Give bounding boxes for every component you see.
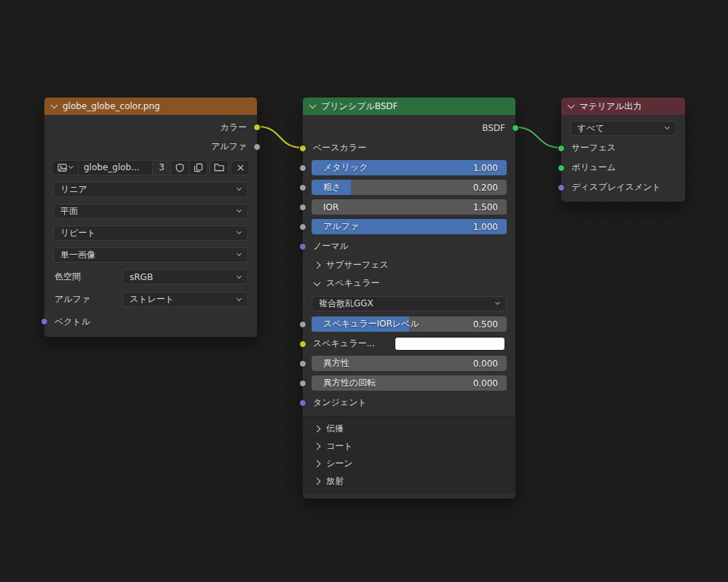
node-editor-canvas[interactable]: globe_globe_color.png カラー アルファ — [0, 0, 728, 582]
alpha-output-socket[interactable] — [253, 143, 261, 151]
slider-value: 0.500 — [473, 319, 507, 330]
collapse-chevron-icon[interactable] — [51, 102, 58, 109]
colorspace-value: sRGB — [130, 272, 153, 282]
alpha-mode-label: アルファ — [53, 293, 122, 306]
material-output-node[interactable]: マテリアル出力 すべて サーフェス ボリューム ディスプレイスメント — [561, 97, 686, 202]
volume-input-row: ボリューム — [561, 158, 685, 178]
base-color-input-socket[interactable] — [299, 145, 306, 152]
projection-value: 平面 — [60, 205, 78, 218]
interpolation-dropdown[interactable]: リニア — [53, 182, 248, 197]
ior-slider[interactable]: IOR 1.500 — [312, 199, 507, 215]
chevron-down-icon — [237, 207, 242, 212]
metallic-slider[interactable]: メタリック 1.000 — [312, 160, 507, 175]
section-label: サブサーフェス — [326, 259, 389, 271]
alpha-output-label: アルファ — [211, 140, 247, 153]
image-browse-button[interactable] — [52, 160, 79, 175]
slider-label: スペキュラーIORレベル — [312, 318, 473, 330]
specular-ior-slider[interactable]: スペキュラーIORレベル 0.500 — [312, 316, 507, 332]
principled-bsdf-node[interactable]: プリンシプルBSDF BSDF ベースカラー メタリック 1.000 — [302, 97, 516, 499]
chevron-down-icon — [665, 124, 670, 129]
fake-user-shield-button[interactable] — [171, 160, 189, 175]
section-label: コート — [326, 440, 353, 453]
chevron-down-icon — [314, 279, 321, 286]
output-node-header[interactable]: マテリアル出力 — [561, 97, 685, 115]
alpha-input-socket[interactable] — [299, 223, 306, 231]
surface-input-label: サーフェス — [571, 142, 616, 154]
specular-ior-input-socket[interactable] — [299, 321, 306, 328]
section-emission[interactable]: 放射 — [303, 472, 515, 490]
colorspace-row: 色空間 sRGB — [44, 266, 257, 288]
section-label: 放射 — [326, 475, 344, 487]
anisotropic-rotation-slider[interactable]: 異方性の回転 0.000 — [312, 375, 507, 391]
collapse-chevron-icon[interactable] — [568, 102, 575, 109]
displacement-input-row: ディスプレイスメント — [561, 178, 685, 197]
interpolation-value: リニア — [60, 183, 87, 196]
distribution-value: 複合散乱GGX — [319, 298, 373, 310]
target-value: すべて — [577, 122, 604, 135]
chevron-right-icon — [314, 262, 321, 269]
section-label: 伝播 — [326, 423, 344, 435]
anisotropic-row: 異方性 0.000 — [303, 354, 515, 373]
section-transmission[interactable]: 伝播 — [303, 420, 515, 437]
bsdf-output-label: BSDF — [482, 123, 505, 133]
target-dropdown[interactable]: すべて — [570, 121, 676, 136]
ior-row: IOR 1.500 — [303, 197, 515, 217]
section-coat[interactable]: コート — [303, 437, 515, 455]
projection-dropdown[interactable]: 平面 — [53, 204, 248, 219]
metallic-input-socket[interactable] — [299, 164, 306, 172]
wire-color-to-basecolor — [258, 127, 302, 148]
specular-tint-input-socket[interactable] — [299, 340, 306, 348]
section-specular[interactable]: スペキュラー — [303, 274, 515, 292]
roughness-input-socket[interactable] — [299, 184, 306, 191]
color-output-socket[interactable] — [253, 124, 261, 131]
anisotropic-rotation-input-socket[interactable] — [299, 380, 306, 387]
slider-label: 粗さ — [312, 181, 473, 194]
alpha-mode-row: アルファ ストレート — [44, 288, 257, 311]
ior-input-socket[interactable] — [299, 204, 306, 211]
section-subsurface[interactable]: サブサーフェス — [303, 256, 515, 274]
colorspace-dropdown[interactable]: sRGB — [122, 269, 248, 284]
tangent-input-row: タンジェント — [303, 393, 515, 412]
source-dropdown[interactable]: 単一画像 — [53, 247, 248, 263]
browse-chevron-icon — [68, 164, 74, 169]
volume-input-socket[interactable] — [558, 164, 565, 172]
image-name-field[interactable]: globe_glob... — [79, 160, 153, 175]
image-texture-node[interactable]: globe_globe_color.png カラー アルファ — [44, 97, 258, 338]
chevron-down-icon — [237, 273, 242, 278]
roughness-row: 粗さ 0.200 — [303, 178, 515, 197]
bsdf-collapsed-panels: 伝播 コート シーン 放射 — [303, 416, 515, 494]
bsdf-node-header[interactable]: プリンシプルBSDF — [303, 97, 515, 115]
extension-dropdown[interactable]: リピート — [53, 226, 248, 241]
chevron-right-icon — [314, 425, 321, 432]
normal-input-row: ノーマル — [303, 236, 515, 256]
metallic-row: メタリック 1.000 — [303, 158, 515, 178]
normal-input-socket[interactable] — [299, 243, 306, 250]
tangent-input-socket[interactable] — [299, 399, 306, 407]
unlink-image-button[interactable] — [231, 160, 250, 175]
open-image-button[interactable] — [210, 160, 229, 175]
collapse-chevron-icon[interactable] — [309, 102, 317, 109]
volume-input-label: ボリューム — [571, 162, 616, 174]
specular-tint-color-field[interactable] — [395, 337, 505, 351]
anisotropic-slider[interactable]: 異方性 0.000 — [312, 356, 507, 371]
slider-label: 異方性の回転 — [312, 377, 473, 389]
displacement-input-socket[interactable] — [558, 184, 565, 191]
image-node-header[interactable]: globe_globe_color.png — [44, 97, 257, 115]
distribution-row: 複合散乱GGX — [303, 292, 515, 314]
alpha-slider[interactable]: アルファ 1.000 — [312, 219, 507, 234]
surface-input-socket[interactable] — [558, 145, 565, 152]
anisotropic-input-socket[interactable] — [299, 360, 306, 367]
image-users-count-button[interactable]: 3 — [153, 160, 171, 175]
vector-input-socket[interactable] — [41, 318, 48, 325]
image-name-text: globe_glob... — [84, 162, 140, 172]
tangent-input-label: タンジェント — [313, 396, 367, 409]
slider-value: 0.000 — [473, 378, 507, 388]
alpha-mode-dropdown[interactable]: ストレート — [122, 292, 248, 307]
distribution-dropdown[interactable]: 複合散乱GGX — [312, 296, 507, 311]
colorspace-label: 色空間 — [53, 271, 122, 283]
section-sheen[interactable]: シーン — [303, 455, 515, 472]
roughness-slider[interactable]: 粗さ 0.200 — [312, 180, 507, 195]
duplicate-image-button[interactable] — [189, 160, 207, 175]
slider-value: 1.000 — [473, 222, 507, 232]
bsdf-output-socket[interactable] — [512, 124, 519, 132]
